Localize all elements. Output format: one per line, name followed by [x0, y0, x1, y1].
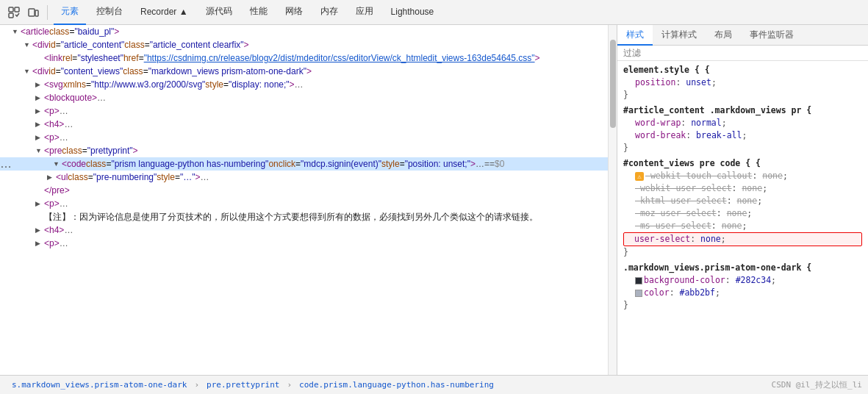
attr-value: "position: unset;" — [405, 159, 470, 169]
tag-bracket: > — [59, 119, 64, 129]
tab-application[interactable]: 应用 — [348, 0, 381, 25]
dom-line[interactable]: <p>… — [0, 131, 608, 144]
prop-name[interactable]: -webkit-user-select — [635, 183, 732, 193]
prop-value[interactable]: none — [762, 171, 783, 181]
dom-line[interactable]: <ul class="pre-numbering" style="…">… — [0, 171, 608, 184]
style-selector-2[interactable]: #content_views pre code { { — [623, 157, 862, 170]
arrow-expanded[interactable] — [53, 160, 62, 168]
prop-name[interactable]: position — [635, 77, 675, 87]
prop-name[interactable]: -moz-user-select — [635, 208, 717, 218]
prop-name[interactable]: -webkit-touch-callout — [645, 171, 752, 181]
tab-sources[interactable]: 源代码 — [198, 0, 240, 25]
device-icon[interactable] — [25, 4, 41, 21]
color-swatch[interactable] — [635, 290, 642, 297]
dom-line[interactable]: <h4>… — [0, 118, 608, 131]
prop-name[interactable]: word-break — [635, 130, 686, 140]
tab-event-listeners[interactable]: 事件监听器 — [741, 25, 803, 46]
prop-value[interactable]: none — [722, 221, 742, 231]
attr-name: id — [49, 40, 55, 50]
tag-open: <h4 — [44, 119, 59, 129]
tab-layout[interactable]: 布局 — [706, 25, 741, 46]
style-property: user-select: none; — [623, 232, 862, 246]
arrow-collapsed[interactable] — [35, 134, 44, 141]
style-rule: #content_views pre code { {⚠-webkit-touc… — [623, 157, 862, 259]
equals-sign: == — [484, 159, 495, 169]
tab-styles[interactable]: 样式 — [617, 25, 653, 46]
attr-link[interactable]: "https://csdnimg.cn/release/blogv2/dist/… — [144, 53, 535, 63]
ellipsis: … — [60, 198, 68, 209]
tab-recorder[interactable]: Recorder ▲ — [133, 0, 196, 25]
tab-elements[interactable]: 元素 — [54, 0, 86, 25]
style-selector-1[interactable]: #article_content .markdown_views pr { — [623, 104, 862, 117]
prop-value[interactable]: break-all — [696, 130, 742, 140]
dom-line[interactable]: <p>… — [0, 237, 608, 250]
ellipsis: … — [60, 238, 68, 248]
tab-network[interactable]: 网络 — [278, 0, 310, 25]
tab-lighthouse[interactable]: Lighthouse — [384, 0, 442, 25]
prop-value[interactable]: none — [727, 208, 747, 218]
prop-name[interactable]: word-wrap — [635, 118, 681, 128]
prop-value[interactable]: normal — [691, 118, 722, 128]
breadcrumb-item-1[interactable]: pre.prettyprint — [201, 380, 285, 390]
prop-value[interactable]: none — [700, 234, 721, 244]
arrow-expanded[interactable] — [24, 41, 32, 49]
tag-bracket: > — [54, 198, 60, 209]
prop-value[interactable]: unset — [686, 77, 711, 87]
breadcrumb-item-0[interactable]: s.markdown_views.prism-atom-one-dark — [6, 380, 193, 390]
prop-name[interactable]: background-color — [644, 275, 725, 285]
dom-scrollbar[interactable] — [608, 25, 617, 375]
filter-input[interactable] — [623, 49, 862, 57]
arrow-expanded[interactable] — [35, 147, 44, 154]
dom-line[interactable]: <h4>… — [0, 223, 608, 237]
prop-name[interactable]: user-select — [634, 234, 690, 244]
prop-name[interactable]: -ms-user-select — [635, 221, 711, 231]
warning-icon: ⚠ — [635, 172, 644, 181]
tab-computed[interactable]: 计算样式 — [653, 25, 706, 46]
style-selector-0[interactable]: element.style { { — [623, 64, 862, 76]
arrow-collapsed[interactable] — [35, 94, 44, 101]
tab-memory[interactable]: 内存 — [313, 0, 345, 25]
dom-line[interactable]: 【注】：因为评论信息是使用了分页技术的，所以使用这个方式要想得到所有的数据，必须… — [0, 210, 608, 223]
dom-line[interactable]: <blockquote>… — [0, 91, 608, 104]
arrow-collapsed[interactable] — [35, 121, 44, 128]
prop-value[interactable]: none — [736, 196, 757, 206]
dom-line[interactable]: <pre class="prettyprint"> — [0, 144, 608, 157]
tag-open: <h4 — [44, 225, 59, 235]
prop-name[interactable]: -khtml-user-select — [635, 196, 727, 206]
breadcrumb-item-2[interactable]: code.prism.language-python.has-numbering — [293, 380, 500, 390]
dom-line[interactable]: <svg xmlns="http://www.w3.org/2000/svg" … — [0, 78, 608, 91]
attr-value: "display: none;" — [229, 79, 290, 90]
tab-console[interactable]: 控制台 — [89, 0, 130, 25]
prop-value[interactable]: #abb2bf — [679, 287, 714, 298]
arrow-expanded[interactable] — [12, 28, 21, 35]
dom-line[interactable]: <link rel="stylesheet" href="https://csd… — [0, 51, 608, 65]
arrow-collapsed[interactable] — [35, 107, 44, 115]
style-selector-3[interactable]: .markdown_views.prism-atom-one-dark { — [623, 262, 862, 274]
color-swatch[interactable] — [635, 277, 642, 284]
style-property: -khtml-user-select: none; — [623, 195, 862, 207]
cursor-select-icon[interactable] — [6, 4, 22, 21]
arrow-expanded[interactable] — [24, 68, 32, 75]
scrollbar-thumb[interactable] — [610, 40, 616, 128]
dom-line[interactable]: </pre> — [0, 184, 608, 197]
tag-open: <div — [32, 66, 49, 76]
dom-line[interactable]: <div id="content_views" class="markdown_… — [0, 65, 608, 78]
dom-line[interactable]: <p>… — [0, 104, 608, 118]
arrow-collapsed[interactable] — [47, 173, 56, 181]
styles-content: element.style { {position: unset;}#artic… — [617, 61, 868, 375]
dom-line[interactable]: …<code class="prism language-python has-… — [0, 157, 608, 171]
prop-value[interactable]: #282c34 — [736, 275, 771, 285]
dom-line[interactable]: <div id="article_content" class="article… — [0, 38, 608, 51]
arrow-collapsed[interactable] — [35, 200, 44, 207]
prop-value[interactable]: none — [742, 183, 762, 193]
attr-name: href — [123, 53, 139, 63]
tab-performance[interactable]: 性能 — [243, 0, 275, 25]
arrow-collapsed[interactable] — [35, 240, 44, 247]
dom-line[interactable]: <p>… — [0, 197, 608, 210]
prop-name[interactable]: color — [644, 287, 670, 298]
expand-dots[interactable]: … — [0, 157, 12, 171]
dom-line[interactable]: <article class="baidu_pl"> — [0, 25, 608, 38]
arrow-collapsed[interactable] — [35, 81, 44, 88]
arrow-collapsed[interactable] — [35, 226, 44, 234]
style-property: ⚠-webkit-touch-callout: none; — [623, 170, 862, 182]
